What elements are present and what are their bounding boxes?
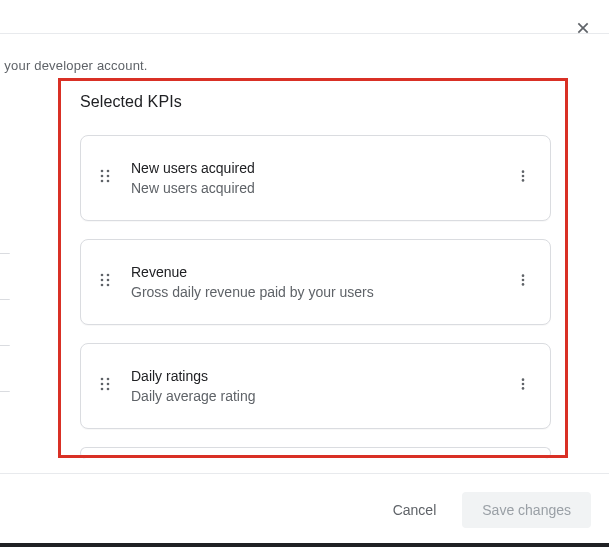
bottom-border: [0, 543, 609, 547]
svg-point-15: [101, 284, 104, 287]
svg-point-14: [107, 279, 110, 282]
footer-bar: Cancel Save changes: [0, 473, 609, 545]
kpi-subtitle: Daily average rating: [131, 388, 512, 404]
kebab-menu-icon[interactable]: [512, 376, 534, 396]
kpi-text: Daily ratings Daily average rating: [131, 368, 512, 404]
cancel-button[interactable]: Cancel: [379, 493, 451, 527]
svg-point-23: [107, 383, 110, 386]
kpi-title: Revenue: [131, 264, 512, 280]
drag-handle-icon[interactable]: [97, 272, 113, 292]
svg-point-25: [107, 388, 110, 391]
kpi-card[interactable]: Daily ratings Daily average rating: [80, 343, 551, 429]
kpi-text: Revenue Gross daily revenue paid by your…: [131, 264, 512, 300]
svg-point-4: [101, 175, 104, 178]
svg-point-18: [522, 279, 525, 282]
svg-point-21: [107, 378, 110, 381]
truncated-header-text: in your developer account.: [0, 58, 609, 73]
svg-point-5: [107, 175, 110, 178]
svg-point-7: [107, 180, 110, 183]
svg-point-11: [101, 274, 104, 277]
svg-point-8: [522, 170, 525, 173]
kpi-subtitle: New users acquired: [131, 180, 512, 196]
kpi-card[interactable]: Revenue Gross daily revenue paid by your…: [80, 239, 551, 325]
svg-point-26: [522, 378, 525, 381]
svg-point-12: [107, 274, 110, 277]
svg-point-24: [101, 388, 104, 391]
kebab-menu-icon[interactable]: [512, 168, 534, 188]
svg-point-27: [522, 383, 525, 386]
kpi-text: New users acquired New users acquired: [131, 160, 512, 196]
kpi-title: New users acquired: [131, 160, 512, 176]
section-title: Selected KPIs: [80, 93, 551, 111]
kpi-card[interactable]: New users acquired New users acquired: [80, 135, 551, 221]
partial-kpi-card: [80, 447, 551, 459]
svg-point-2: [101, 170, 104, 173]
drag-handle-icon[interactable]: [97, 376, 113, 396]
svg-point-16: [107, 284, 110, 287]
svg-point-22: [101, 383, 104, 386]
kpi-subtitle: Gross daily revenue paid by your users: [131, 284, 512, 300]
svg-point-3: [107, 170, 110, 173]
svg-point-9: [522, 175, 525, 178]
svg-point-19: [522, 283, 525, 286]
svg-point-20: [101, 378, 104, 381]
top-bar: [0, 0, 609, 34]
svg-point-10: [522, 179, 525, 182]
main-content: Selected KPIs New users acquired New use…: [0, 73, 609, 459]
svg-point-17: [522, 274, 525, 277]
kpi-title: Daily ratings: [131, 368, 512, 384]
close-icon[interactable]: [575, 20, 591, 40]
svg-point-6: [101, 180, 104, 183]
kebab-menu-icon[interactable]: [512, 272, 534, 292]
drag-handle-icon[interactable]: [97, 168, 113, 188]
save-changes-button[interactable]: Save changes: [462, 492, 591, 528]
svg-point-13: [101, 279, 104, 282]
left-truncated-stubs: [0, 252, 10, 436]
svg-point-28: [522, 387, 525, 390]
